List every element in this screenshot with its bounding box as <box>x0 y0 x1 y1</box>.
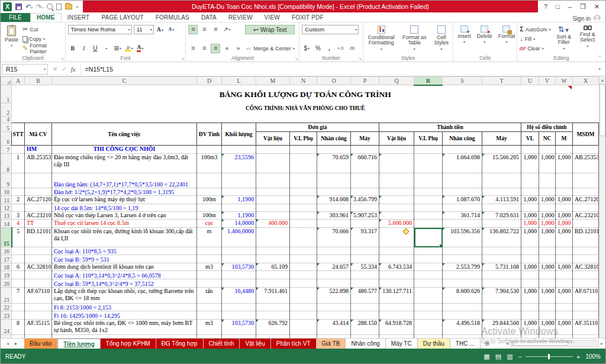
table-header[interactable]: STT <box>12 123 25 146</box>
cell[interactable] <box>290 271 317 279</box>
cell[interactable] <box>256 196 290 204</box>
cell[interactable]: 1,000 <box>521 220 539 228</box>
cell[interactable] <box>539 311 556 320</box>
cell[interactable] <box>256 146 290 154</box>
ribbon-options-button[interactable]: □ <box>556 3 560 10</box>
excel-logo-icon[interactable]: X <box>3 2 12 11</box>
underline-button[interactable]: U <box>91 44 100 53</box>
cell[interactable] <box>539 188 556 196</box>
help-button[interactable]: ? <box>544 3 547 10</box>
sheet-tab-dự-thầu[interactable]: Dự thầu <box>418 339 450 349</box>
cell[interactable]: 1,000 <box>521 228 539 247</box>
cell[interactable] <box>222 247 256 255</box>
horizontal-scrollbar[interactable]: ◂ ▸ <box>506 339 605 349</box>
menu-tab-file[interactable]: FILE <box>1 13 30 22</box>
table-header[interactable]: MSDM <box>573 123 599 146</box>
menu-tab-foxit-pdf[interactable]: FOXIT PDF <box>286 14 330 22</box>
cell[interactable] <box>379 304 414 311</box>
cell[interactable] <box>197 255 222 263</box>
cell[interactable] <box>539 173 556 188</box>
cell[interactable]: TT <box>25 220 52 228</box>
cell[interactable]: 1 <box>12 154 25 173</box>
table-subheader[interactable]: NC <box>539 132 556 146</box>
sheet-tab-tiền-lượng[interactable]: Tiền lượng <box>57 339 101 349</box>
column-header-V[interactable]: V <box>539 77 556 85</box>
font-dialog-launcher[interactable]: ↘ <box>181 56 185 61</box>
cell[interactable] <box>539 335 556 339</box>
cell[interactable] <box>573 311 599 320</box>
cell[interactable]: 1,000 <box>539 320 556 335</box>
cell[interactable] <box>443 255 482 263</box>
cell[interactable]: Cọc loại A: 110*8,5 = 935 <box>52 247 197 255</box>
cell[interactable]: Bơm dung dịch bentônit lỗ khoan trên cạn <box>52 263 197 271</box>
sign-in[interactable]: Sign in <box>572 15 605 22</box>
cell[interactable]: Cọc loại A: 110*3,14*0,3^2/4*8,5 = 66,05… <box>52 271 197 279</box>
table-header[interactable]: Thành tiền <box>379 123 521 132</box>
cell[interactable] <box>482 279 521 288</box>
orientation-button[interactable]: ↗▾ <box>222 25 231 34</box>
align-right-button[interactable]: ≡ <box>211 44 220 53</box>
cell[interactable] <box>379 311 414 320</box>
cell[interactable]: Fi 8: 2153/1000 = 2,153 <box>52 304 197 311</box>
cell[interactable] <box>317 188 351 196</box>
table-subheader[interactable]: Máy <box>351 132 379 146</box>
table-subheader[interactable]: Nhân công <box>443 132 482 146</box>
horizontal-scrollbar-thumb[interactable] <box>512 342 568 346</box>
percent-style-button[interactable]: % <box>313 44 323 53</box>
cell[interactable] <box>317 271 351 279</box>
cell[interactable]: 14 cọc dài 8.5m: 14*8,5/100 = 1,19 <box>52 204 197 212</box>
sort-filter-button[interactable]: ⇅▼ Sort & Filter▾ <box>553 24 575 53</box>
cell[interactable] <box>443 173 482 188</box>
cell[interactable]: AF.67110 <box>25 288 52 304</box>
cell[interactable] <box>351 311 379 320</box>
cell[interactable]: 1.664.698 <box>443 154 482 173</box>
print-preview-icon[interactable] <box>47 4 53 9</box>
cell[interactable]: 1,000 <box>556 220 573 228</box>
sheet-tab-tổng-hợp-kphm[interactable]: Tổng hợp KPHM <box>101 339 156 349</box>
cell[interactable] <box>414 320 443 335</box>
cell[interactable] <box>414 304 443 311</box>
cell[interactable]: Ép cọc cừ larsen bằng máy ép thuỷ lực <box>52 196 197 204</box>
cell[interactable]: 1,000 <box>556 228 573 247</box>
row-header-22[interactable]: 22 <box>1 304 12 311</box>
cell[interactable] <box>12 271 25 279</box>
cell[interactable] <box>12 311 25 320</box>
cell[interactable] <box>556 335 573 339</box>
select-all-corner[interactable] <box>1 77 12 85</box>
cell[interactable] <box>197 204 222 212</box>
menu-tab-home[interactable]: HOME <box>30 13 62 22</box>
cell[interactable] <box>539 204 556 212</box>
middle-align-button[interactable]: ≡ <box>199 25 209 34</box>
cell[interactable]: Cọc loại B: 59*3,14*0,3^2/4*9 = 37,5152 <box>52 279 197 288</box>
cell[interactable]: 65.109 <box>256 263 290 271</box>
cell[interactable]: 7.029.631 <box>482 212 521 220</box>
cell[interactable] <box>351 247 379 255</box>
normal-view-icon[interactable]: ▦ <box>483 353 489 360</box>
column-header-S[interactable]: S <box>443 77 482 85</box>
cell[interactable]: 522.898 <box>317 288 351 304</box>
bottom-align-button[interactable]: ≡ <box>211 25 220 34</box>
cell[interactable] <box>573 335 599 339</box>
cell[interactable] <box>25 304 52 311</box>
cell[interactable] <box>521 255 539 263</box>
column-header-O[interactable]: O <box>317 77 351 85</box>
name-box[interactable]: R15▾ <box>2 64 48 75</box>
cell[interactable] <box>25 271 52 279</box>
row-header-4[interactable]: 4 <box>1 117 12 123</box>
cell[interactable] <box>379 271 414 279</box>
sheet-tab-nhân-công[interactable]: Nhân công <box>346 339 385 349</box>
sheet-tab-đầu-vào[interactable]: Đầu vào <box>24 339 57 349</box>
cell[interactable] <box>256 212 290 220</box>
cell[interactable] <box>351 173 379 188</box>
cell[interactable] <box>556 173 573 188</box>
cell[interactable] <box>317 146 351 154</box>
minimize-button[interactable]: – <box>568 3 572 10</box>
cell[interactable]: 1,000 <box>556 196 573 204</box>
restore-button[interactable]: ❒ <box>580 3 586 11</box>
table-header[interactable]: Khối lượng <box>222 123 256 146</box>
cell[interactable] <box>256 204 290 212</box>
cell[interactable]: 914.008 <box>317 196 351 204</box>
trace-error-icon[interactable] <box>402 228 409 234</box>
row-header-16[interactable]: 16 <box>1 247 12 255</box>
cell[interactable] <box>521 173 539 188</box>
